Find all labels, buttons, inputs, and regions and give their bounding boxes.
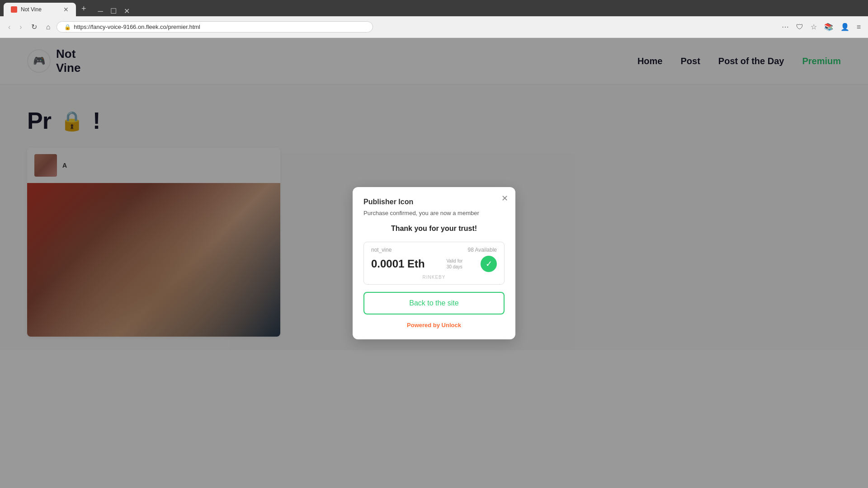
price-card-available: 98 Available <box>468 247 497 253</box>
tab-favicon <box>11 6 17 13</box>
modal-overlay: ✕ Publisher Icon Purchase confirmed, you… <box>0 38 868 488</box>
modal-title: Publisher Icon <box>363 198 505 206</box>
price-amount: 0.0001 Eth <box>371 258 425 270</box>
ssl-lock-icon: 🔒 <box>64 24 71 30</box>
back-nav-button[interactable]: ‹ <box>5 21 13 33</box>
price-card-mid: 0.0001 Eth Valid for 30 days ✓ <box>371 256 497 272</box>
price-network: RINKEBY <box>371 275 497 280</box>
back-to-site-button[interactable]: Back to the site <box>363 292 505 314</box>
library-button[interactable]: 📚 <box>822 21 835 33</box>
new-tab-button[interactable]: + <box>78 2 90 15</box>
powered-by: Powered by Unlock <box>363 322 505 328</box>
browser-tab[interactable]: Not Vine ✕ <box>4 3 76 16</box>
sync-button[interactable]: 👤 <box>839 21 851 33</box>
check-badge: ✓ <box>481 256 497 272</box>
modal-close-button[interactable]: ✕ <box>501 193 508 203</box>
tab-close-button[interactable]: ✕ <box>63 6 69 13</box>
tab-title: Not Vine <box>21 6 42 13</box>
tab-bar: Not Vine ✕ + ─ ☐ ✕ <box>0 0 868 16</box>
home-button[interactable]: ⌂ <box>43 21 53 33</box>
price-card-name: not_vine <box>371 247 392 253</box>
price-card-top: not_vine 98 Available <box>371 247 497 253</box>
url-text: https://fancy-voice-9166.on.fleek.co/pre… <box>74 23 200 30</box>
modal-thank-you: Thank you for your trust! <box>363 225 505 233</box>
extensions-button[interactable]: ⋯ <box>780 21 791 33</box>
price-card: not_vine 98 Available 0.0001 Eth Valid f… <box>363 242 505 285</box>
bookmark-button[interactable]: ☆ <box>809 21 819 33</box>
window-controls: ─ ☐ ✕ <box>95 6 132 16</box>
maximize-button[interactable]: ☐ <box>108 6 119 16</box>
price-validity: Valid for 30 days <box>446 258 462 270</box>
page-content: 🎮 Not Vine Home Post Post of the Day Pre… <box>0 38 868 488</box>
browser-nav-bar: ‹ › ↻ ⌂ 🔒 https://fancy-voice-9166.on.fl… <box>0 16 868 38</box>
reload-button[interactable]: ↻ <box>28 21 40 33</box>
minimize-button[interactable]: ─ <box>95 6 106 16</box>
forward-nav-button[interactable]: › <box>17 21 24 33</box>
address-bar[interactable]: 🔒 https://fancy-voice-9166.on.fleek.co/p… <box>57 21 373 33</box>
menu-button[interactable]: ≡ <box>855 21 863 33</box>
shield-button[interactable]: 🛡 <box>794 21 805 33</box>
publisher-icon-modal: ✕ Publisher Icon Purchase confirmed, you… <box>353 187 515 339</box>
browser-nav-actions: ⋯ 🛡 ☆ 📚 👤 ≡ <box>780 21 863 33</box>
modal-subtitle: Purchase confirmed, you are now a member <box>363 210 505 216</box>
close-window-button[interactable]: ✕ <box>121 6 132 16</box>
